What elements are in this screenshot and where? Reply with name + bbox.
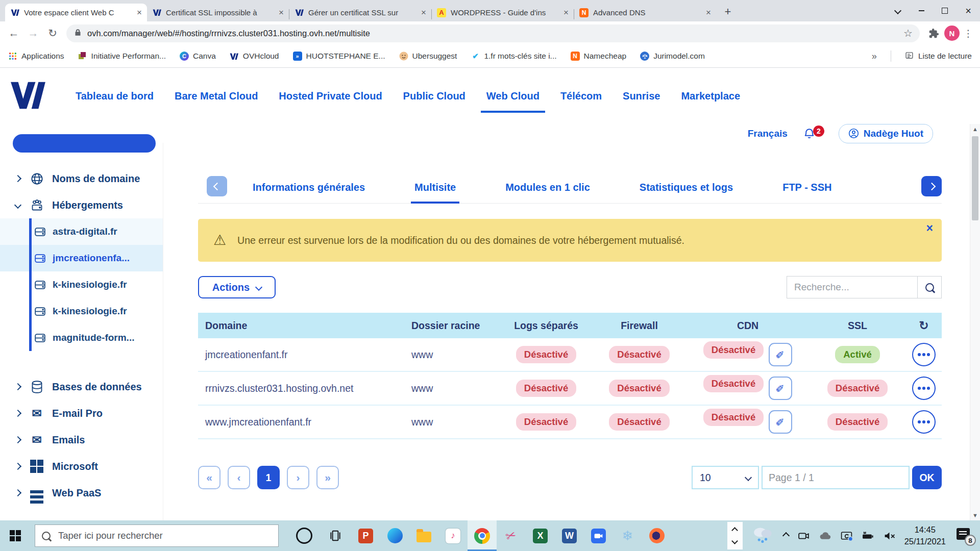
bookmark-1fr[interactable]: ✔ 1.fr mots-clés site i...	[471, 52, 556, 61]
taskbar-app-excel[interactable]: X	[526, 520, 555, 551]
bookmark-namecheap[interactable]: N Namecheap	[571, 52, 627, 61]
taskbar-scroll-buttons[interactable]	[727, 522, 743, 549]
browser-tab-ssl-error[interactable]: Certificat SSL impossible à ×	[147, 4, 289, 21]
nav-sunrise[interactable]: Sunrise	[623, 68, 660, 124]
taskbar-app-chrome-active[interactable]	[468, 520, 497, 551]
notifications-button[interactable]: 2	[803, 127, 816, 140]
reload-icon[interactable]: ↻	[44, 24, 61, 42]
sidebar-hosting-k-kinesiologie-1[interactable]: k-kinesiologie.fr	[0, 271, 163, 298]
pagination-next-button[interactable]: ›	[287, 466, 309, 489]
taskbar-app-snipping[interactable]: ✂	[497, 520, 526, 551]
show-hidden-icons-button[interactable]	[783, 531, 789, 540]
sidebar-hosting-k-kinesiologie-2[interactable]: k-kinesiologie.fr	[0, 298, 163, 324]
window-menu-chevron[interactable]	[886, 0, 910, 21]
start-button[interactable]	[4, 520, 27, 551]
scroll-up-icon[interactable]: ▲	[970, 126, 980, 132]
tab-close-icon[interactable]: ×	[564, 8, 569, 17]
window-close-button[interactable]: ×	[957, 0, 980, 21]
pagination-first-button[interactable]: «	[198, 466, 220, 489]
nav-hosted-private-cloud[interactable]: Hosted Private Cloud	[279, 68, 382, 124]
bookmark-star-icon[interactable]: ☆	[903, 27, 913, 39]
taskbar-search-input[interactable]	[57, 530, 272, 542]
bookmark-ubersuggest[interactable]: Ubersuggest	[399, 52, 457, 61]
reading-list-button[interactable]: Liste de lecture	[905, 51, 972, 62]
sidebar-hosting-astra-digital[interactable]: astra-digital.fr	[0, 218, 163, 245]
onedrive-icon[interactable]	[819, 530, 831, 542]
taskbar-search[interactable]	[35, 524, 279, 547]
scroll-down-icon[interactable]: ▼	[970, 512, 980, 518]
page-size-select[interactable]: 10	[692, 466, 759, 489]
pagination-page-1-button[interactable]: 1	[257, 466, 280, 489]
bookmark-apps[interactable]: Applications	[8, 52, 64, 61]
scrollbar-thumb[interactable]	[972, 136, 978, 220]
ok-button[interactable]: OK	[912, 466, 942, 489]
bookmarks-overflow-icon[interactable]: »	[872, 51, 877, 62]
sidebar-hosting-magnitude[interactable]: magnitude-form...	[0, 324, 163, 351]
tabs-scroll-right-button[interactable]	[921, 176, 942, 196]
edit-button[interactable]: ✎	[769, 343, 792, 366]
sidebar-item-email-pro[interactable]: ✉ E-mail Pro	[0, 400, 163, 427]
browser-tab-wordpress[interactable]: A WORDPRESS - Guide d'ins ×	[432, 4, 574, 21]
nav-web-cloud[interactable]: Web Cloud	[486, 68, 540, 124]
sidebar-item-databases[interactable]: Bases de données	[0, 373, 163, 400]
ovh-logo[interactable]	[8, 79, 47, 113]
nav-public-cloud[interactable]: Public Cloud	[403, 68, 465, 124]
tab-informations-generales[interactable]: Informations générales	[253, 171, 365, 203]
tab-multisite[interactable]: Multisite	[414, 171, 456, 203]
bookmark-canva[interactable]: C Canva	[180, 52, 216, 61]
refresh-icon[interactable]: ↻	[906, 319, 942, 333]
search-button[interactable]	[917, 276, 942, 298]
nav-bare-metal-cloud[interactable]: Bare Metal Cloud	[175, 68, 258, 124]
row-menu-button[interactable]	[912, 410, 936, 434]
browser-tab-ovh-client[interactable]: Votre espace client Web C ×	[5, 4, 147, 21]
new-tab-button[interactable]: +	[720, 4, 736, 19]
tab-modules-1-clic[interactable]: Modules en 1 clic	[505, 171, 590, 203]
pagination-prev-button[interactable]: ‹	[228, 466, 250, 489]
row-menu-button[interactable]	[912, 377, 936, 400]
battery-icon[interactable]	[862, 530, 874, 542]
taskbar-app-edge[interactable]	[380, 520, 409, 551]
cortana-button[interactable]	[296, 528, 312, 544]
sidebar-hosting-jmcreationenfant[interactable]: jmcreationenfa...	[0, 245, 163, 271]
extensions-puzzle-icon[interactable]	[925, 24, 942, 42]
taskbar-app-file-explorer[interactable]	[409, 520, 438, 551]
taskbar-app-firefox[interactable]	[642, 520, 671, 551]
weather-widget[interactable]	[751, 525, 775, 546]
pagination-last-button[interactable]: »	[316, 466, 339, 489]
browser-tab-advanced-dns[interactable]: N Advanced DNS ×	[574, 4, 716, 21]
taskbar-app-word[interactable]: W	[555, 520, 584, 551]
edit-button[interactable]: ✎	[769, 377, 792, 400]
display-sync-icon[interactable]	[840, 530, 853, 542]
volume-muted-icon[interactable]	[883, 530, 896, 542]
taskbar-app-camera[interactable]	[584, 520, 613, 551]
tabs-scroll-left-button[interactable]	[207, 176, 227, 196]
tab-ftp-ssh[interactable]: FTP - SSH	[782, 171, 831, 203]
row-menu-button[interactable]	[912, 343, 936, 366]
tab-close-icon[interactable]: ×	[137, 8, 142, 17]
taskbar-app-powerpoint[interactable]: P	[351, 520, 380, 551]
language-selector[interactable]: Français	[748, 128, 788, 139]
sidebar-item-emails[interactable]: ✉ Emails	[0, 427, 163, 453]
url-bar[interactable]: ovh.com/manager/web/#/hosting/rrnivzs.cl…	[66, 24, 920, 42]
domain-search-input[interactable]	[787, 276, 917, 298]
taskbar-app-itunes[interactable]: ♪	[438, 520, 468, 551]
task-view-button[interactable]	[329, 529, 342, 542]
taskbar-app-snowflake[interactable]: ❄	[613, 520, 642, 551]
tab-close-icon[interactable]: ×	[421, 8, 426, 17]
sidebar-item-web-paas[interactable]: Web PaaS	[0, 480, 163, 506]
tab-close-icon[interactable]: ×	[279, 8, 284, 17]
banner-close-icon[interactable]: ×	[926, 222, 933, 234]
edit-button[interactable]: ✎	[769, 410, 792, 434]
back-icon[interactable]: ←	[5, 24, 22, 42]
browser-menu-icon[interactable]: ⋮	[962, 28, 975, 39]
browser-tab-ssl-manage[interactable]: Gérer un certificat SSL sur ×	[289, 4, 431, 21]
actions-dropdown-button[interactable]: Actions	[198, 276, 276, 298]
sidebar-item-hosting[interactable]: Hébergements	[0, 192, 163, 218]
taskbar-clock[interactable]: 14:45 25/11/2021	[904, 524, 946, 547]
user-menu-button[interactable]: Nadège Huot	[839, 124, 933, 143]
bookmark-huotstephane[interactable]: » HUOTSTEPHANE E...	[293, 52, 385, 61]
nav-telecom[interactable]: Télécom	[560, 68, 602, 124]
vertical-scrollbar[interactable]: ▲ ▼	[970, 124, 980, 520]
bookmark-ovhcloud[interactable]: OVHcloud	[230, 52, 279, 61]
nav-tableau-de-bord[interactable]: Tableau de bord	[76, 68, 154, 124]
